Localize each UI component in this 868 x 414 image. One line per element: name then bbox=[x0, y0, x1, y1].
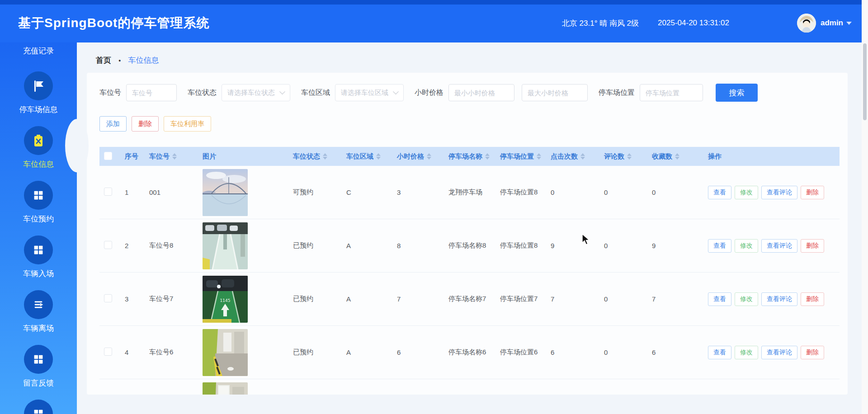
main-content: 首页 ● 车位信息 车位号 车位状态 请选择车位状态 车位区域 请选择车位区域 … bbox=[77, 42, 862, 414]
cell-lot-name: 停车场名称5 bbox=[444, 379, 495, 395]
breadcrumb-separator: ● bbox=[118, 58, 121, 63]
view-comments-button[interactable]: 查看评论 bbox=[761, 292, 797, 306]
cell-price: 7 bbox=[392, 273, 444, 326]
edit-button[interactable]: 修改 bbox=[735, 292, 758, 306]
sort-icon[interactable] bbox=[580, 153, 585, 160]
sidebar-item-parking-slot-info[interactable]: 车位信息 bbox=[0, 126, 77, 169]
sidebar-item-feedback[interactable]: 留言反馈 bbox=[0, 345, 77, 388]
col-comments: 评论数 bbox=[604, 152, 624, 161]
slot-photo[interactable] bbox=[203, 382, 248, 395]
breadcrumb-current[interactable]: 车位信息 bbox=[128, 55, 159, 66]
col-actions: 操作 bbox=[708, 152, 722, 161]
row-delete-button[interactable]: 删除 bbox=[801, 292, 824, 306]
sidebar-item-more[interactable] bbox=[0, 400, 77, 414]
sidebar: 充值记录 停车场信息 车位信息 车位预约 bbox=[0, 42, 77, 414]
row-checkbox[interactable] bbox=[104, 294, 112, 302]
location-input[interactable] bbox=[640, 84, 703, 101]
sidebar-item-slot-reservation[interactable]: 车位预约 bbox=[0, 181, 77, 224]
header-right: 北京 23.1° 晴 南风 2级 2025-04-20 13:31:02 adm… bbox=[562, 10, 852, 33]
row-checkbox[interactable] bbox=[104, 241, 112, 249]
view-button[interactable]: 查看 bbox=[708, 186, 731, 199]
area-select[interactable]: 请选择车位区域 bbox=[335, 84, 404, 101]
sidebar-item-label: 充值记录 bbox=[23, 46, 54, 56]
row-checkbox[interactable] bbox=[104, 188, 112, 196]
view-button[interactable]: 查看 bbox=[708, 346, 731, 359]
select-all-checkbox[interactable] bbox=[104, 152, 112, 160]
price-min-input[interactable] bbox=[448, 84, 514, 101]
avatar[interactable] bbox=[797, 14, 816, 33]
edit-button[interactable]: 修改 bbox=[735, 346, 758, 359]
row-delete-button[interactable]: 删除 bbox=[801, 186, 824, 199]
utilization-button[interactable]: 车位利用率 bbox=[164, 116, 211, 132]
sidebar-item-label: 车辆入场 bbox=[23, 269, 54, 279]
weather-text: 北京 23.1° 晴 南风 2级 bbox=[562, 18, 639, 28]
scrollbar[interactable] bbox=[862, 0, 868, 414]
cell-lot-location: 停车场位置8 bbox=[495, 166, 546, 219]
col-favorites: 收藏数 bbox=[652, 152, 672, 161]
status-select-placeholder: 请选择车位状态 bbox=[227, 89, 275, 97]
slot-photo[interactable] bbox=[203, 329, 248, 376]
cell-lot-location: 停车场位置7 bbox=[495, 273, 546, 326]
row-delete-button[interactable]: 删除 bbox=[801, 346, 824, 359]
sidebar-item-recharge-records[interactable]: 充值记录 bbox=[0, 46, 77, 56]
user-menu[interactable]: admin bbox=[821, 19, 852, 28]
delete-button[interactable]: 删除 bbox=[132, 116, 159, 132]
view-comments-button[interactable]: 查看评论 bbox=[761, 186, 797, 199]
sort-icon[interactable] bbox=[675, 153, 679, 160]
slot-photo[interactable]: 1145 bbox=[203, 276, 248, 323]
cell-slot: 车位号7 bbox=[145, 273, 198, 326]
breadcrumb-home[interactable]: 首页 bbox=[96, 55, 111, 66]
sidebar-item-label: 车位信息 bbox=[23, 160, 54, 169]
edit-button[interactable]: 修改 bbox=[735, 239, 758, 253]
cell-favorites: 5 bbox=[647, 379, 703, 395]
exit-list-icon bbox=[24, 290, 53, 319]
cell-slot: 车位号8 bbox=[145, 219, 198, 273]
price-max-input[interactable] bbox=[522, 84, 588, 101]
sidebar-item-parking-lot-info[interactable]: 停车场信息 bbox=[0, 71, 77, 115]
cell-clicks: 5 bbox=[546, 379, 599, 395]
sort-icon[interactable] bbox=[427, 153, 431, 160]
row-checkbox[interactable] bbox=[104, 348, 112, 356]
add-button[interactable]: 添加 bbox=[99, 116, 127, 132]
cell-area: A bbox=[342, 326, 392, 379]
cell-status: 已预约 bbox=[288, 379, 342, 395]
view-button[interactable]: 查看 bbox=[708, 292, 731, 306]
cell-lot-name: 龙翔停车场 bbox=[444, 166, 495, 219]
sort-icon[interactable] bbox=[323, 153, 327, 160]
col-lot-name: 停车场名称 bbox=[448, 152, 482, 161]
chevron-down-icon bbox=[393, 89, 399, 94]
sort-icon[interactable] bbox=[627, 153, 632, 160]
search-button[interactable]: 搜索 bbox=[716, 84, 758, 102]
slot-photo[interactable] bbox=[203, 222, 248, 269]
cell-status: 可预约 bbox=[288, 166, 342, 219]
sidebar-item-vehicle-entry[interactable]: 车辆入场 bbox=[0, 235, 77, 279]
edit-button[interactable]: 修改 bbox=[735, 186, 758, 199]
filter-bar: 车位号 车位状态 请选择车位状态 车位区域 请选择车位区域 小时价格 停车场位置… bbox=[99, 84, 839, 102]
sidebar-item-label: 车位预约 bbox=[23, 214, 54, 224]
sort-icon[interactable] bbox=[485, 153, 490, 160]
view-comments-button[interactable]: 查看评论 bbox=[761, 239, 797, 253]
sort-icon[interactable] bbox=[537, 153, 541, 160]
svg-text:1145: 1145 bbox=[220, 298, 231, 303]
sort-icon[interactable] bbox=[376, 153, 381, 160]
view-comments-button[interactable]: 查看评论 bbox=[761, 346, 797, 359]
slot-no-input[interactable] bbox=[126, 84, 177, 101]
parking-slot-icon bbox=[24, 126, 53, 155]
sidebar-item-label: 车辆离场 bbox=[23, 324, 54, 334]
row-delete-button[interactable]: 删除 bbox=[801, 239, 824, 253]
col-status: 车位状态 bbox=[293, 152, 320, 161]
col-slot: 车位号 bbox=[149, 152, 170, 161]
sidebar-item-vehicle-exit[interactable]: 车辆离场 bbox=[0, 290, 77, 334]
slot-photo[interactable] bbox=[203, 169, 248, 216]
cell-price: 5 bbox=[392, 379, 444, 395]
cell-comments: 0 bbox=[599, 166, 647, 219]
status-select[interactable]: 请选择车位状态 bbox=[222, 84, 290, 101]
cell-lot-location: 停车场位置6 bbox=[495, 326, 546, 379]
cell-seq: 4 bbox=[120, 326, 145, 379]
table-row: 1 001 bbox=[99, 166, 840, 219]
cell-status: 已预约 bbox=[288, 219, 342, 273]
sort-icon[interactable] bbox=[172, 153, 177, 160]
cell-clicks: 7 bbox=[546, 273, 599, 326]
scrollbar-thumb[interactable] bbox=[863, 43, 867, 120]
view-button[interactable]: 查看 bbox=[708, 239, 731, 253]
